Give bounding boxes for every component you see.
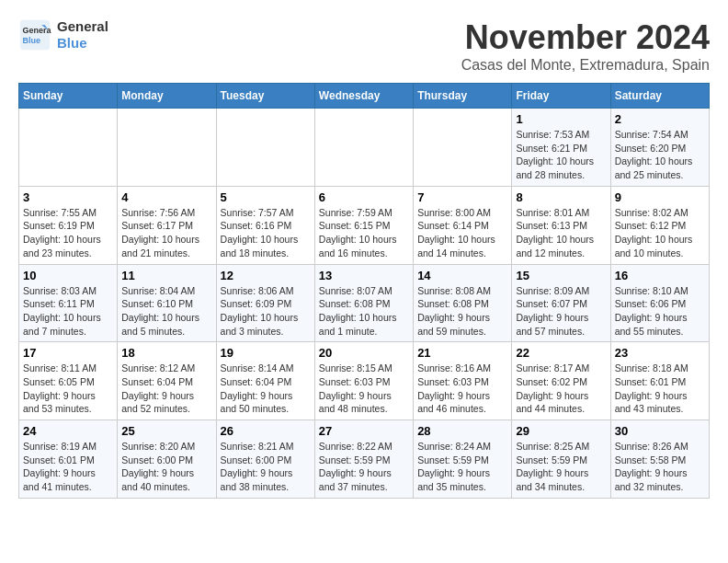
calendar-cell: 2Sunrise: 7:54 AM Sunset: 6:20 PM Daylig… (610, 109, 709, 187)
day-info: Sunrise: 8:12 AM Sunset: 6:04 PM Dayligh… (121, 362, 211, 416)
column-header-friday: Friday (512, 84, 610, 109)
calendar-cell (19, 109, 118, 187)
calendar-cell: 24Sunrise: 8:19 AM Sunset: 6:01 PM Dayli… (19, 420, 118, 499)
day-info: Sunrise: 8:16 AM Sunset: 6:03 PM Dayligh… (417, 362, 507, 416)
day-info: Sunrise: 8:24 AM Sunset: 5:59 PM Dayligh… (417, 440, 507, 494)
day-number: 28 (417, 424, 507, 438)
calendar-cell: 20Sunrise: 8:15 AM Sunset: 6:03 PM Dayli… (314, 342, 413, 420)
calendar-week-row: 10Sunrise: 8:03 AM Sunset: 6:11 PM Dayli… (19, 264, 710, 342)
day-number: 7 (417, 190, 507, 204)
day-info: Sunrise: 8:22 AM Sunset: 5:59 PM Dayligh… (319, 440, 409, 494)
calendar-cell: 6Sunrise: 7:59 AM Sunset: 6:15 PM Daylig… (314, 186, 413, 264)
calendar-cell: 27Sunrise: 8:22 AM Sunset: 5:59 PM Dayli… (314, 420, 413, 499)
day-number: 10 (23, 269, 113, 282)
calendar-cell: 9Sunrise: 8:02 AM Sunset: 6:12 PM Daylig… (610, 186, 709, 264)
calendar-cell: 12Sunrise: 8:06 AM Sunset: 6:09 PM Dayli… (216, 264, 314, 342)
calendar-week-row: 24Sunrise: 8:19 AM Sunset: 6:01 PM Dayli… (19, 420, 710, 499)
calendar-cell: 1Sunrise: 7:53 AM Sunset: 6:21 PM Daylig… (512, 109, 610, 187)
day-number: 30 (615, 424, 705, 438)
calendar-cell: 15Sunrise: 8:09 AM Sunset: 6:07 PM Dayli… (512, 264, 610, 342)
day-number: 19 (221, 346, 311, 360)
calendar-cell: 21Sunrise: 8:16 AM Sunset: 6:03 PM Dayli… (414, 342, 512, 420)
day-info: Sunrise: 8:19 AM Sunset: 6:01 PM Dayligh… (23, 440, 113, 494)
day-number: 14 (417, 269, 507, 282)
day-number: 2 (615, 112, 705, 126)
day-info: Sunrise: 8:26 AM Sunset: 5:58 PM Dayligh… (615, 440, 705, 494)
logo-text: GeneralBlue (57, 18, 108, 52)
calendar-cell: 11Sunrise: 8:04 AM Sunset: 6:10 PM Dayli… (118, 264, 216, 342)
month-title: November 2024 (461, 18, 710, 57)
calendar-cell: 10Sunrise: 8:03 AM Sunset: 6:11 PM Dayli… (19, 264, 118, 342)
svg-text:General: General (23, 26, 52, 35)
day-number: 3 (23, 190, 113, 204)
column-header-wednesday: Wednesday (314, 84, 413, 109)
column-header-saturday: Saturday (610, 84, 709, 109)
calendar-cell (314, 109, 413, 187)
day-number: 1 (516, 112, 606, 126)
day-number: 26 (221, 424, 311, 438)
calendar-cell: 3Sunrise: 7:55 AM Sunset: 6:19 PM Daylig… (19, 186, 118, 264)
calendar-cell: 30Sunrise: 8:26 AM Sunset: 5:58 PM Dayli… (610, 420, 709, 499)
day-number: 25 (121, 424, 211, 438)
day-number: 4 (121, 190, 211, 204)
calendar-cell: 19Sunrise: 8:14 AM Sunset: 6:04 PM Dayli… (216, 342, 314, 420)
location-title: Casas del Monte, Extremadura, Spain (461, 57, 710, 74)
calendar-cell: 4Sunrise: 7:56 AM Sunset: 6:17 PM Daylig… (118, 186, 216, 264)
day-number: 29 (516, 424, 606, 438)
day-info: Sunrise: 8:17 AM Sunset: 6:02 PM Dayligh… (516, 362, 606, 416)
calendar-week-row: 3Sunrise: 7:55 AM Sunset: 6:19 PM Daylig… (19, 186, 710, 264)
calendar-cell: 17Sunrise: 8:11 AM Sunset: 6:05 PM Dayli… (19, 342, 118, 420)
calendar-cell: 22Sunrise: 8:17 AM Sunset: 6:02 PM Dayli… (512, 342, 610, 420)
column-header-thursday: Thursday (414, 84, 512, 109)
calendar-cell: 14Sunrise: 8:08 AM Sunset: 6:08 PM Dayli… (414, 264, 512, 342)
day-info: Sunrise: 8:14 AM Sunset: 6:04 PM Dayligh… (221, 362, 311, 416)
day-number: 21 (417, 346, 507, 360)
calendar-cell: 13Sunrise: 8:07 AM Sunset: 6:08 PM Dayli… (314, 264, 413, 342)
day-info: Sunrise: 8:04 AM Sunset: 6:10 PM Dayligh… (121, 284, 211, 339)
calendar-header-row: SundayMondayTuesdayWednesdayThursdayFrid… (19, 84, 710, 109)
day-info: Sunrise: 8:21 AM Sunset: 6:00 PM Dayligh… (221, 440, 311, 494)
day-info: Sunrise: 7:54 AM Sunset: 6:20 PM Dayligh… (615, 128, 705, 182)
calendar-cell: 26Sunrise: 8:21 AM Sunset: 6:00 PM Dayli… (216, 420, 314, 499)
day-number: 16 (615, 269, 705, 282)
day-info: Sunrise: 8:07 AM Sunset: 6:08 PM Dayligh… (319, 284, 409, 339)
day-number: 15 (516, 269, 606, 282)
day-info: Sunrise: 8:00 AM Sunset: 6:14 PM Dayligh… (417, 206, 507, 260)
calendar-cell: 23Sunrise: 8:18 AM Sunset: 6:01 PM Dayli… (610, 342, 709, 420)
day-info: Sunrise: 8:01 AM Sunset: 6:13 PM Dayligh… (516, 206, 606, 260)
logo: General Blue GeneralBlue (18, 18, 108, 52)
calendar-cell (414, 109, 512, 187)
logo-icon: General Blue (18, 18, 51, 52)
day-number: 18 (121, 346, 211, 360)
calendar-cell (118, 109, 216, 187)
day-info: Sunrise: 7:59 AM Sunset: 6:15 PM Dayligh… (319, 206, 409, 260)
day-info: Sunrise: 7:55 AM Sunset: 6:19 PM Dayligh… (23, 206, 113, 260)
day-info: Sunrise: 7:57 AM Sunset: 6:16 PM Dayligh… (221, 206, 311, 260)
day-number: 11 (121, 269, 211, 282)
day-number: 5 (221, 190, 311, 204)
day-number: 24 (23, 424, 113, 438)
day-number: 9 (615, 190, 705, 204)
day-info: Sunrise: 7:53 AM Sunset: 6:21 PM Dayligh… (516, 128, 606, 182)
calendar-table: SundayMondayTuesdayWednesdayThursdayFrid… (18, 83, 710, 499)
day-info: Sunrise: 8:25 AM Sunset: 5:59 PM Dayligh… (516, 440, 606, 494)
day-info: Sunrise: 8:18 AM Sunset: 6:01 PM Dayligh… (615, 362, 705, 416)
calendar-cell: 8Sunrise: 8:01 AM Sunset: 6:13 PM Daylig… (512, 186, 610, 264)
day-info: Sunrise: 8:06 AM Sunset: 6:09 PM Dayligh… (221, 284, 311, 339)
calendar-cell: 29Sunrise: 8:25 AM Sunset: 5:59 PM Dayli… (512, 420, 610, 499)
day-info: Sunrise: 8:11 AM Sunset: 6:05 PM Dayligh… (23, 362, 113, 416)
day-number: 13 (319, 269, 409, 282)
day-info: Sunrise: 7:56 AM Sunset: 6:17 PM Dayligh… (121, 206, 211, 260)
page-header: General Blue GeneralBlue November 2024 C… (18, 18, 710, 74)
day-number: 23 (615, 346, 705, 360)
day-info: Sunrise: 8:03 AM Sunset: 6:11 PM Dayligh… (23, 284, 113, 339)
calendar-cell (216, 109, 314, 187)
day-number: 6 (319, 190, 409, 204)
column-header-monday: Monday (118, 84, 216, 109)
calendar-week-row: 17Sunrise: 8:11 AM Sunset: 6:05 PM Dayli… (19, 342, 710, 420)
day-number: 17 (23, 346, 113, 360)
day-info: Sunrise: 8:15 AM Sunset: 6:03 PM Dayligh… (319, 362, 409, 416)
day-info: Sunrise: 8:10 AM Sunset: 6:06 PM Dayligh… (615, 284, 705, 339)
day-info: Sunrise: 8:20 AM Sunset: 6:00 PM Dayligh… (121, 440, 211, 494)
day-info: Sunrise: 8:08 AM Sunset: 6:08 PM Dayligh… (417, 284, 507, 339)
